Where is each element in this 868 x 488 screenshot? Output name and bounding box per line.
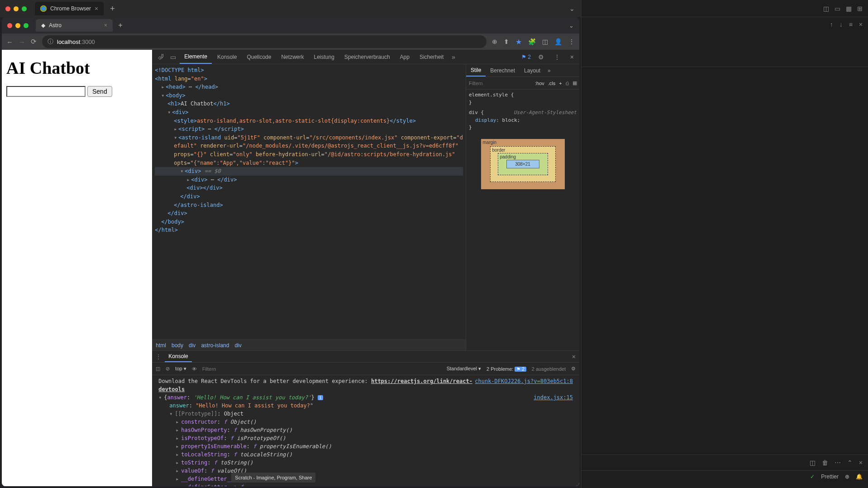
layout-icon[interactable]: ▭ <box>835 5 840 12</box>
new-style-icon[interactable]: + <box>559 81 562 86</box>
terminal-panel-icon[interactable]: ◫ <box>810 459 816 466</box>
dock-menu-icon[interactable]: ⋮ <box>551 53 563 61</box>
layout-icon[interactable]: ⊞ <box>857 5 863 12</box>
close-icon[interactable]: × <box>104 22 107 29</box>
problems-count[interactable]: 2 Probleme: ⚑ 2 <box>486 366 526 372</box>
editor-tab-label: Chrome Browser <box>50 5 91 12</box>
device-icon[interactable]: ▭ <box>167 53 179 61</box>
print-icon[interactable]: ⎙ <box>566 81 569 86</box>
inspect-icon[interactable]: ⮰ <box>155 53 167 61</box>
console-filter-input[interactable] <box>202 366 441 372</box>
hidden-count[interactable]: 2 ausgeblendet <box>532 366 566 372</box>
browser-toolbar: ← → ⟳ ⓘ localhost:3000 ⊕ ⬆ ★ 🧩 ◫ 👤 ⋮ <box>2 33 579 50</box>
box-model[interactable]: margin border padding 308×21 <box>481 139 565 189</box>
devtools-panel: ⮰ ▭ Elemente Konsole Quellcode Netzwerk … <box>152 50 579 486</box>
console-output[interactable]: chunk-DFKOJ226.js?v=803eb5c1:8 Download … <box>152 375 579 486</box>
styles-tab-styles[interactable]: Stile <box>466 64 486 77</box>
clear-console-icon[interactable]: ⊘ <box>166 366 170 372</box>
editor-tabbar: Chrome Browser × + ⌄ <box>0 0 581 17</box>
list-icon[interactable]: ≡ <box>849 21 853 28</box>
context-selector[interactable]: top ▾ <box>175 366 186 372</box>
sidepanel-icon[interactable]: ◫ <box>542 38 548 45</box>
address-bar[interactable]: ⓘ localhost:3000 <box>42 35 486 48</box>
extensions-icon[interactable]: 🧩 <box>528 38 536 45</box>
browser-tab-astro[interactable]: ◆ Astro × <box>36 19 113 32</box>
page-heading: AI Chatbot <box>6 58 148 78</box>
drawer-menu-icon[interactable]: ⋮ <box>156 354 165 360</box>
tab-network[interactable]: Netzwerk <box>277 50 308 64</box>
url-path: :3000 <box>80 38 95 45</box>
editor-tab-chrome[interactable]: Chrome Browser × <box>35 2 104 15</box>
close-icon[interactable]: × <box>859 21 863 28</box>
cls-toggle[interactable]: .cls <box>548 81 556 86</box>
more-icon[interactable]: ⋯ <box>835 459 841 466</box>
forward-button[interactable]: → <box>19 38 25 46</box>
trash-icon[interactable]: 🗑 <box>822 459 828 466</box>
dom-tree[interactable]: <!DOCTYPE html> <html lang="en"> ▸<head>… <box>152 64 466 340</box>
send-button[interactable]: Send <box>87 86 112 97</box>
console-sidebar-icon[interactable]: ◫ <box>156 366 160 372</box>
devtools-tabbar: ⮰ ▭ Elemente Konsole Quellcode Netzwerk … <box>152 50 579 64</box>
styles-tab-computed[interactable]: Berechnet <box>486 64 520 77</box>
tab-application[interactable]: App <box>396 50 414 64</box>
tab-sources[interactable]: Quellcode <box>242 50 276 64</box>
styles-tab-layout[interactable]: Layout <box>520 64 545 77</box>
styles-filter-input[interactable] <box>469 81 531 86</box>
close-icon[interactable]: × <box>859 459 863 466</box>
styles-pane: Stile Berechnet Layout » :hov .cls + ⎙ <box>466 64 579 350</box>
check-icon: ✓ <box>810 474 815 480</box>
prev-icon[interactable]: ↑ <box>830 21 833 28</box>
back-button[interactable]: ← <box>6 38 13 46</box>
console-drawer: ⋮ Konsole × ◫ ⊘ top ▾ 👁 Standardlevel ▾ … <box>152 350 579 486</box>
chrome-tabbar: ◆ Astro × + ⌄ <box>2 17 579 33</box>
devtools-close-icon[interactable]: × <box>568 53 577 61</box>
profile-icon[interactable]: 👤 <box>554 38 562 45</box>
hov-toggle[interactable]: :hov <box>535 81 544 86</box>
layout-icon[interactable]: ▦ <box>846 5 852 12</box>
share-icon[interactable]: ⬆ <box>504 38 509 45</box>
menu-dots-icon[interactable]: ⋮ <box>568 38 575 45</box>
tab-overflow-icon[interactable]: ⌄ <box>569 5 577 12</box>
drawer-tab-console[interactable]: Konsole <box>165 351 191 362</box>
browser-tab-label: Astro <box>49 22 62 29</box>
tab-security[interactable]: Sicherheit <box>415 50 448 64</box>
tab-elements[interactable]: Elemente <box>180 50 212 64</box>
bookmark-star-icon[interactable]: ★ <box>515 38 522 46</box>
editor-traffic-lights <box>5 6 27 11</box>
more-tabs-icon[interactable]: » <box>449 53 458 61</box>
site-info-icon[interactable]: ⓘ <box>48 38 53 46</box>
chrome-icon <box>40 5 47 12</box>
link-tooltip: Scratch - Imagine, Program, Share <box>231 473 315 483</box>
more-tabs-icon[interactable]: » <box>545 67 553 74</box>
grid-icon[interactable]: ▦ <box>572 80 577 86</box>
feedback-icon[interactable]: ⊕ <box>845 474 849 480</box>
tab-console[interactable]: Konsole <box>213 50 241 64</box>
tab-performance[interactable]: Leistung <box>309 50 339 64</box>
astro-icon: ◆ <box>41 22 45 29</box>
window-traffic-lights[interactable] <box>7 23 29 28</box>
chevron-up-icon[interactable]: ⌃ <box>847 459 853 466</box>
status-bar: ✓ Prettier ⊕ 🔔 <box>582 470 868 482</box>
issues-badge[interactable]: ⚑ 2 <box>521 54 531 60</box>
tab-memory[interactable]: Speicherverbrauch <box>340 50 395 64</box>
zoom-icon[interactable]: ⊕ <box>492 38 497 45</box>
new-tab-button[interactable]: + <box>107 4 118 14</box>
tabs-caret-icon[interactable]: ⌄ <box>569 22 576 29</box>
log-level-selector[interactable]: Standardlevel ▾ <box>447 366 481 372</box>
rendered-page: AI Chatbot Send <box>2 50 152 486</box>
settings-icon[interactable]: ⚙ <box>535 53 547 61</box>
bell-icon[interactable]: 🔔 <box>856 474 863 480</box>
url-host: localhost <box>57 38 80 45</box>
close-icon[interactable]: × <box>95 5 98 12</box>
new-browser-tab[interactable]: + <box>115 21 125 30</box>
console-settings-icon[interactable]: ⚙ <box>571 366 576 372</box>
status-prettier[interactable]: Prettier <box>821 474 839 480</box>
live-expr-icon[interactable]: 👁 <box>192 366 197 372</box>
chat-input[interactable] <box>6 86 86 97</box>
dom-breadcrumbs[interactable]: html body div astro-island div <box>152 340 466 350</box>
drawer-close-icon[interactable]: × <box>572 353 576 360</box>
layout-icon[interactable]: ◫ <box>823 5 829 12</box>
reload-button[interactable]: ⟳ <box>31 38 37 46</box>
editor-right-panel: ◫ ▭ ▦ ⊞ ↑ ↓ ≡ × ◫ 🗑 ⋯ ⌃ × ✓ Prettier ⊕ 🔔 <box>581 0 868 488</box>
next-icon[interactable]: ↓ <box>839 21 843 28</box>
